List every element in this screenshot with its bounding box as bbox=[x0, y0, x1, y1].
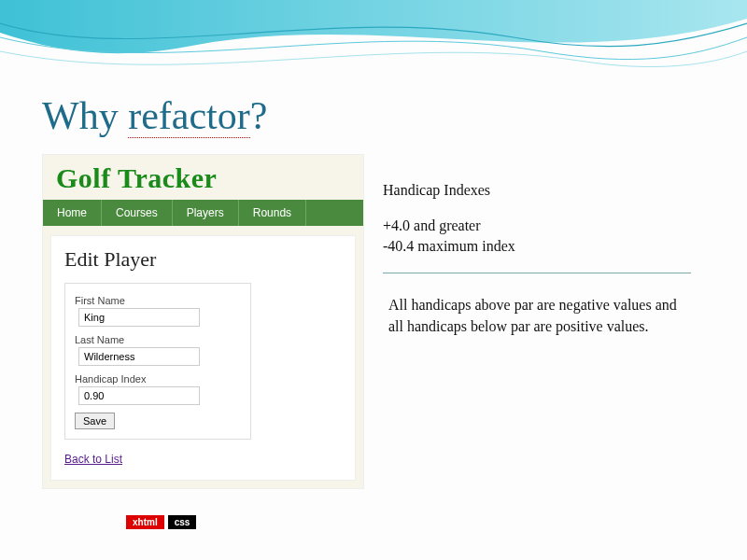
last-name-input[interactable] bbox=[78, 347, 200, 366]
nav-players[interactable]: Players bbox=[173, 200, 239, 226]
decorative-wave bbox=[0, 0, 747, 103]
handicap-input[interactable] bbox=[78, 386, 200, 405]
notes-line-2: -40.4 maximum index bbox=[383, 236, 710, 257]
back-to-list-link[interactable]: Back to List bbox=[64, 453, 122, 466]
notes-explanation: All handicaps above par are negative val… bbox=[388, 294, 687, 337]
slide-title: Why refactor? bbox=[42, 93, 267, 138]
first-name-input[interactable] bbox=[78, 308, 200, 327]
nav-courses[interactable]: Courses bbox=[102, 200, 173, 226]
css-badge: css bbox=[168, 515, 197, 529]
nav-home[interactable]: Home bbox=[43, 200, 102, 226]
app-logo: Golf Tracker bbox=[43, 155, 363, 200]
notes-heading: Handicap Indexes bbox=[383, 182, 710, 199]
xhtml-badge: xhtml bbox=[126, 515, 164, 529]
notes-column: Handicap Indexes +4.0 and greater -40.4 … bbox=[383, 182, 710, 338]
content-heading: Edit Player bbox=[64, 247, 342, 272]
last-name-label: Last Name bbox=[75, 334, 241, 345]
notes-line-1: +4.0 and greater bbox=[383, 216, 710, 236]
validation-badges: xhtml css bbox=[126, 515, 196, 529]
app-screenshot-panel: Golf Tracker Home Courses Players Rounds… bbox=[42, 154, 364, 489]
app-nav: Home Courses Players Rounds bbox=[43, 200, 363, 226]
edit-player-form: First Name Last Name Handicap Index Save bbox=[64, 283, 251, 440]
nav-rounds[interactable]: Rounds bbox=[239, 200, 306, 226]
divider bbox=[383, 273, 691, 273]
first-name-label: First Name bbox=[75, 295, 241, 306]
save-button[interactable]: Save bbox=[75, 413, 115, 429]
handicap-label: Handicap Index bbox=[75, 373, 241, 385]
app-content: Edit Player First Name Last Name Handica… bbox=[50, 235, 356, 481]
